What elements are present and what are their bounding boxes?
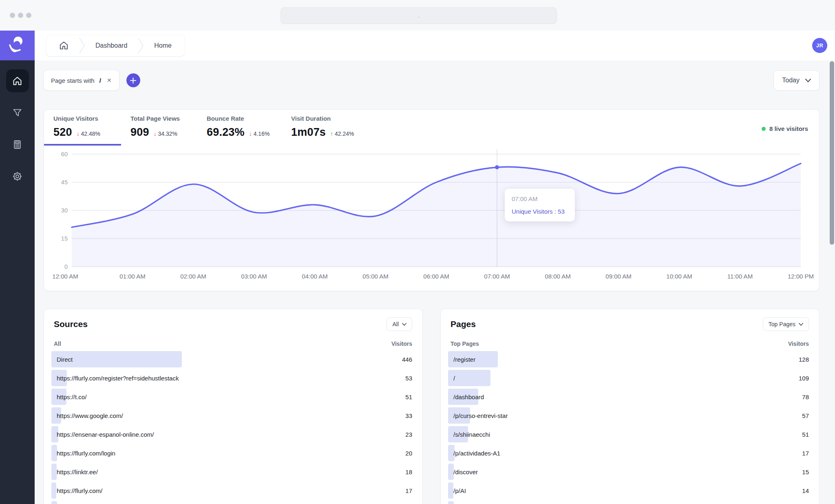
window-dot[interactable] [18,13,23,18]
avatar[interactable]: JR [812,38,827,53]
sidebar-item-home[interactable] [6,69,29,92]
breadcrumb-separator [138,35,144,56]
table-row[interactable]: /p/AI14 [448,482,809,499]
breadcrumb: Dashboard Home [46,35,185,56]
row-label: https://t.co/ [57,393,86,400]
sidebar-item-funnel[interactable] [6,101,29,124]
row-value: 17 [405,487,412,494]
table-row[interactable]: /s/shiinaecchi51 [448,426,809,442]
table-row[interactable]: /p/curso-entrevi-star57 [448,407,809,424]
table-row[interactable]: https://t.co/51 [51,389,412,405]
stat-tab-visit-duration[interactable]: Visit Duration1m07s↑ 42.24% [282,110,354,146]
stat-label: Visit Duration [291,115,354,122]
row-value: 51 [405,393,412,400]
stat-value: 1m07s [291,126,326,139]
sidebar-item-calculator[interactable] [6,133,29,156]
table-row[interactable]: https://flurly.com/17 [51,482,412,499]
stat-value: 520 [53,126,72,139]
window-dot[interactable] [10,13,15,18]
svg-text:08:00 AM: 08:00 AM [545,273,570,280]
row-value: 14 [802,487,809,494]
row-label: https://flurly.com/ [57,487,102,494]
row-value: 15 [802,469,809,475]
table-row[interactable]: /discover15 [448,464,809,480]
filter-chip[interactable]: Page starts with / ✕ [44,70,119,91]
column-header: Top Pages [451,340,479,347]
row-value: 57 [802,412,809,419]
stat-label: Total Page Views [130,115,197,122]
live-visitors: 8 live visitors [762,125,808,132]
row-label: Direct [57,356,73,363]
visitors-line-chart: 01530456012:00 AM01:00 AM02:00 AM03:00 A… [44,146,819,283]
row-label: /dashboard [453,393,484,400]
table-row[interactable] [51,501,412,504]
column-header: Visitors [788,340,809,347]
table-row[interactable]: /109 [448,370,809,386]
stat-tab-bounce-rate[interactable]: Bounce Rate69.23%↓ 4.16% [197,110,282,146]
table-row[interactable]: /dashboard78 [448,389,809,405]
arrow-down-icon: ↓ [154,130,157,137]
svg-text:03:00 AM: 03:00 AM [241,273,267,280]
date-range-label: Today [782,77,800,84]
stat-tab-unique-visitors[interactable]: Unique Visitors520↓ 42.48% [44,110,121,146]
table-row[interactable]: /register128 [448,351,809,367]
app-logo[interactable] [0,31,35,60]
svg-text:0: 0 [64,263,68,270]
row-bar [51,501,57,504]
add-filter-button[interactable] [126,73,140,87]
table-row[interactable]: https://www.google.com/33 [51,407,412,424]
row-label: /discover [453,469,478,475]
stat-delta: ↑ 42.24% [330,130,354,137]
svg-text:12:00 PM: 12:00 PM [788,273,814,280]
table-row[interactable] [448,501,809,504]
breadcrumb-dashboard[interactable]: Dashboard [85,35,138,56]
window-dot[interactable] [26,13,31,18]
svg-text:07:00 AM: 07:00 AM [484,273,510,280]
home-icon [59,41,68,50]
breadcrumb-separator [79,35,85,56]
address-bar[interactable]: . [281,7,557,24]
browser-topbar: . [0,0,835,31]
date-range-button[interactable]: Today [773,70,820,91]
row-value: 446 [402,356,412,363]
row-value: 78 [802,393,809,400]
row-bar [51,464,57,480]
stat-tab-total-page-views[interactable]: Total Page Views909↓ 34.32% [121,110,197,146]
breadcrumb-home[interactable] [49,35,79,56]
home-icon [12,75,23,86]
row-bar [448,464,454,480]
line-chart-svg: 01530456012:00 AM01:00 AM02:00 AM03:00 A… [44,146,818,282]
page-scrollbar[interactable] [830,61,834,245]
breadcrumb-page[interactable]: Home [144,35,182,56]
dashboard-content: Page starts with / ✕ Today Unique Visito… [35,60,835,504]
row-value: 51 [802,431,809,438]
table-row[interactable]: https://ensenar-espanol-online.com/23 [51,426,412,442]
sidebar-item-gear[interactable] [6,165,29,188]
svg-text:06:00 AM: 06:00 AM [423,273,449,280]
svg-text:02:00 AM: 02:00 AM [180,273,206,280]
svg-text:45: 45 [61,179,68,186]
row-label: https://ensenar-espanol-online.com/ [57,431,154,438]
window-controls[interactable] [10,13,31,18]
table-row[interactable]: https://flurly.com/login20 [51,445,412,461]
svg-text:04:00 AM: 04:00 AM [302,273,327,280]
sources-panel: SourcesAll AllVisitorsDirect446https://f… [44,309,423,504]
stat-value: 69.23% [207,126,245,139]
row-label: /p/curso-entrevi-star [453,412,508,419]
panel-dropdown[interactable]: All [387,317,412,331]
row-value: 53 [405,375,412,382]
remove-filter-icon[interactable]: ✕ [107,77,112,84]
svg-text:01:00 AM: 01:00 AM [119,273,145,280]
hover-point [495,165,499,169]
stat-label: Unique Visitors [53,115,121,122]
stat-delta: ↓ 4.16% [249,130,270,137]
row-bar [51,445,57,461]
panel-dropdown[interactable]: Top Pages [763,317,809,331]
live-dot-icon [762,127,766,131]
table-row[interactable]: https://flurly.com/register?ref=sidehust… [51,370,412,386]
table-row[interactable]: https://linktr.ee/18 [51,464,412,480]
stat-delta: ↓ 42.48% [77,130,100,137]
table-row[interactable]: Direct446 [51,351,412,367]
table-row[interactable]: /p/actividades-A117 [448,445,809,461]
gear-icon [12,171,23,182]
